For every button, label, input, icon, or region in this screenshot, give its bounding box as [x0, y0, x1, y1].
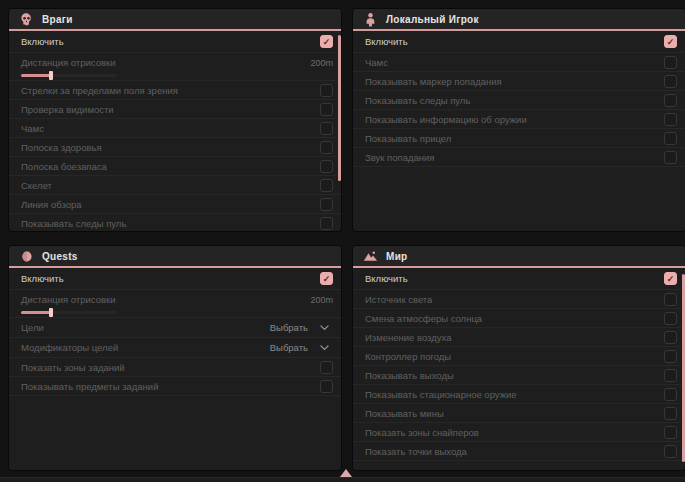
player-icon	[363, 12, 378, 27]
skull-icon	[19, 12, 34, 27]
checkbox[interactable]	[320, 217, 333, 230]
dropdown[interactable]: Выбрать	[270, 322, 333, 333]
checkbox-checked[interactable]: ✓	[664, 35, 677, 48]
panel-quests: Quests Включить✓Дистанция отрисовки200mЦ…	[8, 245, 342, 471]
setting-label: Показывать мины	[365, 408, 444, 419]
setting-row: Показывать маркер попадания	[353, 72, 685, 91]
panel-header[interactable]: Враги	[9, 9, 341, 31]
setting-row: Дистанция отрисовки200m	[9, 53, 341, 81]
panel-local-player: Локальный Игрок Включить✓ЧамсПоказывать …	[352, 8, 685, 232]
checkbox[interactable]	[664, 331, 677, 344]
setting-row: Показывать прицел	[353, 129, 685, 148]
quest-icon	[19, 249, 34, 264]
checkbox[interactable]	[320, 84, 333, 97]
slider-fill	[21, 74, 51, 77]
checkbox[interactable]	[664, 75, 677, 88]
resize-handle-triangle[interactable]	[340, 469, 352, 477]
panel-title: Quests	[42, 251, 78, 262]
setting-label: Дистанция отрисовки	[21, 57, 115, 68]
panel-header[interactable]: Локальный Игрок	[353, 9, 685, 31]
settings-list: Включить✓Источник светаСмена атмосферы с…	[353, 268, 685, 461]
checkbox[interactable]	[320, 198, 333, 211]
settings-list: Включить✓ЧамсПоказывать маркер попадания…	[353, 31, 685, 167]
setting-label: Показывать следы пуль	[365, 95, 470, 106]
chevron-down-icon	[320, 345, 329, 351]
setting-row: Смена атмосферы солнца	[353, 309, 685, 328]
dropdown[interactable]: Выбрать	[270, 342, 333, 353]
setting-row: Включить✓	[353, 31, 685, 53]
checkbox-checked[interactable]: ✓	[664, 272, 677, 285]
checkbox[interactable]	[320, 179, 333, 192]
setting-row: Скелет	[9, 176, 341, 195]
setting-row: Модификаторы целейВыбрать	[9, 338, 341, 358]
setting-label: Линия обзора	[21, 199, 82, 210]
checkbox[interactable]	[320, 361, 333, 374]
dropdown-value: Выбрать	[270, 322, 308, 333]
checkbox[interactable]	[664, 407, 677, 420]
setting-row: ЦелиВыбрать	[9, 318, 341, 338]
setting-label: Чамс	[365, 57, 388, 68]
setting-row: Показывать стационарное оружие	[353, 385, 685, 404]
setting-row: Включить✓	[353, 268, 685, 290]
slider-value: 200m	[310, 295, 333, 305]
slider-fill	[21, 311, 51, 314]
panel-header[interactable]: Quests	[9, 246, 341, 268]
checkbox[interactable]	[664, 426, 677, 439]
checkbox[interactable]	[664, 369, 677, 382]
checkbox[interactable]	[320, 103, 333, 116]
setting-row: Показать зоны заданий	[9, 358, 341, 377]
setting-row: Включить✓	[9, 31, 341, 53]
panel-header[interactable]: Мир	[353, 246, 685, 268]
slider-track[interactable]	[21, 74, 117, 77]
setting-row: Показывать выходы	[353, 366, 685, 385]
setting-row: Включить✓	[9, 268, 341, 290]
setting-label: Показывать выходы	[365, 370, 454, 381]
distance-slider[interactable]	[21, 308, 117, 317]
checkbox[interactable]	[664, 312, 677, 325]
setting-label: Показывать предметы заданий	[21, 381, 158, 392]
checkbox[interactable]	[320, 380, 333, 393]
setting-label: Контроллер погоды	[365, 351, 451, 362]
setting-row: Показывать мины	[353, 404, 685, 423]
setting-label: Включить	[21, 273, 64, 284]
panel-title: Локальный Игрок	[386, 14, 479, 25]
setting-label: Показывать маркер попадания	[365, 76, 502, 87]
background-window-edge	[0, 477, 685, 482]
checkbox[interactable]	[664, 350, 677, 363]
slider-handle[interactable]	[49, 71, 53, 80]
checkbox[interactable]	[320, 122, 333, 135]
setting-row: Контроллер погоды	[353, 347, 685, 366]
setting-label: Звук попадания	[365, 152, 435, 163]
checkbox-checked[interactable]: ✓	[320, 272, 333, 285]
checkbox[interactable]	[664, 151, 677, 164]
checkbox-checked[interactable]: ✓	[320, 35, 333, 48]
setting-label: Проверка видимости	[21, 104, 114, 115]
setting-row: Показать зоны снайперов	[353, 423, 685, 442]
checkbox[interactable]	[664, 56, 677, 69]
checkbox[interactable]	[320, 141, 333, 154]
setting-row: Полоска боезапаса	[9, 157, 341, 176]
setting-row: Изменение воздуха	[353, 328, 685, 347]
slider-track[interactable]	[21, 311, 117, 314]
checkbox[interactable]	[664, 293, 677, 306]
checkbox[interactable]	[664, 113, 677, 126]
setting-label: Включить	[365, 273, 408, 284]
setting-label: Дистанция отрисовки	[21, 294, 115, 305]
scrollbar-thumb[interactable]	[338, 35, 341, 181]
checkbox[interactable]	[664, 132, 677, 145]
setting-label: Изменение воздуха	[365, 332, 452, 343]
setting-label: Включить	[365, 36, 408, 47]
settings-list: Включить✓Дистанция отрисовки200mСтрелки …	[9, 31, 341, 232]
setting-label: Показать точки выхода	[365, 446, 467, 457]
checkbox[interactable]	[664, 445, 677, 458]
setting-label: Показывать прицел	[365, 133, 451, 144]
setting-row: Показывать информацию об оружии	[353, 110, 685, 129]
slider-handle[interactable]	[49, 308, 53, 317]
mountain-icon	[363, 249, 378, 264]
checkbox[interactable]	[664, 94, 677, 107]
checkbox[interactable]	[664, 388, 677, 401]
distance-slider[interactable]	[21, 71, 117, 80]
checkbox[interactable]	[320, 160, 333, 173]
settings-list: Включить✓Дистанция отрисовки200mЦелиВыбр…	[9, 268, 341, 396]
setting-label: Скелет	[21, 180, 52, 191]
